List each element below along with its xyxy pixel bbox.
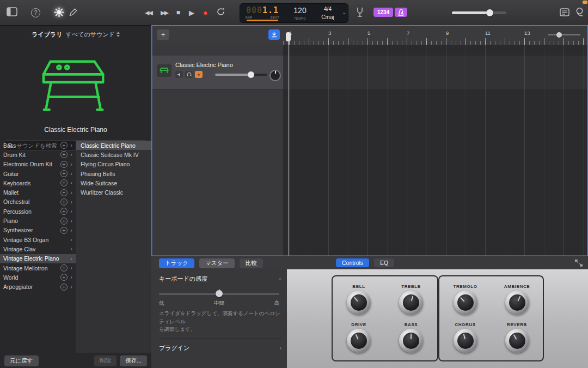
tab-master[interactable]: マスター (199, 258, 235, 268)
pan-knob[interactable] (270, 70, 281, 81)
cycle-button[interactable] (217, 8, 225, 18)
knob[interactable] (454, 291, 477, 315)
rewind-button[interactable]: ◀◀ (145, 9, 152, 16)
knob[interactable] (347, 291, 371, 315)
record-button[interactable]: ● (203, 8, 207, 17)
add-circle-icon[interactable] (60, 170, 68, 177)
zoom-slider[interactable] (548, 34, 580, 35)
volume-knob[interactable] (486, 9, 493, 16)
count-in-button[interactable]: 1234 (373, 8, 393, 17)
add-circle-icon[interactable] (60, 208, 68, 215)
add-circle-icon[interactable] (60, 198, 68, 206)
track-volume-slider[interactable] (215, 74, 267, 76)
tuner-button[interactable] (356, 7, 364, 17)
add-circle-icon[interactable] (60, 179, 68, 186)
track-name: Classic Electric Piano (175, 62, 233, 68)
category-label: Electronic Drum Kit (3, 161, 52, 167)
sound-filter-dropdown[interactable]: すべてのサウンド (66, 31, 120, 39)
tab-controls[interactable]: Controls (336, 258, 369, 267)
knob[interactable] (454, 329, 477, 353)
sensitivity-slider[interactable] (159, 290, 279, 298)
smart-controls-button[interactable] (54, 7, 64, 17)
stop-button[interactable]: ■ (176, 9, 180, 16)
add-circle-icon[interactable] (60, 151, 68, 158)
play-button[interactable]: ▶ (189, 9, 194, 17)
plugins-section-row[interactable]: プラグイン › (159, 338, 281, 352)
lcd-key-signature[interactable]: 4/4 Cmaj › (315, 4, 348, 22)
chevron-right-icon: › (70, 208, 72, 214)
tab-compare[interactable]: 比較 (240, 258, 263, 268)
category-row[interactable]: Vintage Mellotron › (0, 263, 76, 273)
category-row[interactable]: Piano › (0, 216, 76, 225)
lcd-bar-dim: 000 (246, 5, 262, 15)
undo-button[interactable]: 元に戻す (4, 355, 39, 366)
ruler[interactable]: 135791113 (283, 25, 588, 45)
chevron-down-icon[interactable]: › (341, 13, 347, 14)
knob[interactable] (347, 329, 371, 353)
metronome-button[interactable] (395, 8, 407, 17)
category-row[interactable]: Vintage Clav › (0, 244, 76, 254)
metronome-icon (398, 9, 404, 16)
category-row[interactable]: Synthesizer › (0, 226, 76, 235)
zoom-knob[interactable] (556, 32, 562, 38)
knob[interactable] (505, 291, 529, 315)
patch-row[interactable]: Wurlitzer Classic (76, 188, 151, 197)
category-row[interactable]: Percussion › (0, 207, 76, 216)
knob[interactable] (399, 329, 423, 353)
add-circle-icon[interactable] (60, 283, 68, 291)
input-monitoring-button[interactable] (195, 71, 203, 78)
knob-indicator (460, 297, 464, 301)
add-circle-icon[interactable] (60, 161, 68, 168)
category-row[interactable]: Orchestral › (0, 197, 76, 207)
add-circle-icon[interactable] (60, 142, 68, 149)
patch-row[interactable]: Flying Circus Piano (76, 160, 151, 169)
mute-button[interactable] (175, 71, 183, 78)
category-row[interactable]: Arpeggiator › (0, 282, 76, 291)
cycle-icon (217, 8, 225, 16)
patch-row[interactable]: Classic Electric Piano (76, 141, 151, 150)
patch-row[interactable]: Wide Suitcase (76, 178, 151, 188)
add-circle-icon[interactable] (60, 274, 68, 281)
quick-help-button[interactable]: ? (31, 8, 40, 17)
track-header[interactable]: Classic Electric Piano (151, 56, 283, 90)
add-circle-icon[interactable] (60, 227, 68, 234)
tab-track[interactable]: トラック (159, 258, 194, 268)
knob-unit: BELL (333, 284, 385, 315)
patch-row[interactable]: Classic Suitcase Mk IV (76, 150, 151, 159)
category-row[interactable]: Vintage B3 Organ › (0, 235, 76, 244)
solo-button[interactable] (185, 71, 193, 78)
knob[interactable] (505, 329, 529, 353)
add-circle-icon[interactable] (60, 189, 68, 196)
lcd-tempo[interactable]: 120 TEMPO (285, 4, 315, 22)
category-row[interactable]: Guitar › (0, 169, 76, 178)
master-volume-slider[interactable] (452, 11, 506, 14)
expand-panel-button[interactable] (575, 259, 583, 269)
loop-browser-button[interactable] (575, 7, 584, 17)
patch-row[interactable]: Phasing Bells (76, 169, 151, 178)
category-row[interactable]: Electronic Drum Kit › (0, 160, 76, 169)
tab-eq[interactable]: EQ (374, 258, 394, 267)
category-row[interactable]: Bass › (0, 141, 76, 150)
library-toggle-button[interactable] (7, 7, 17, 16)
track-volume-knob[interactable] (248, 71, 254, 78)
notepad-button[interactable] (560, 8, 569, 16)
sensitivity-section-header[interactable]: キーボードの感度 › (159, 275, 281, 283)
save-button[interactable]: 保存... (120, 355, 147, 366)
forward-button[interactable]: ▶▶ (161, 9, 168, 16)
category-row[interactable]: Mallet › (0, 188, 76, 197)
chevron-right-icon: › (70, 237, 72, 243)
category-row[interactable]: Keyboards › (0, 178, 76, 188)
add-circle-icon[interactable] (60, 218, 68, 225)
lcd-display[interactable]: 0001.1 BARBEAT 120 TEMPO 4/4 Cmaj › (240, 3, 348, 23)
track-lane[interactable] (283, 56, 588, 89)
catch-playhead-button[interactable] (268, 29, 280, 40)
knob[interactable] (399, 291, 423, 315)
category-row[interactable]: Vintage Electric Piano › (0, 254, 76, 263)
add-circle-icon[interactable] (60, 264, 68, 272)
category-row[interactable]: World › (0, 273, 76, 282)
editors-button[interactable] (69, 8, 78, 17)
slider-knob[interactable] (216, 290, 223, 297)
category-row[interactable]: Drum Kit › (0, 150, 76, 159)
add-track-button[interactable]: + (157, 29, 169, 40)
delete-button[interactable]: 削除 (94, 355, 117, 366)
